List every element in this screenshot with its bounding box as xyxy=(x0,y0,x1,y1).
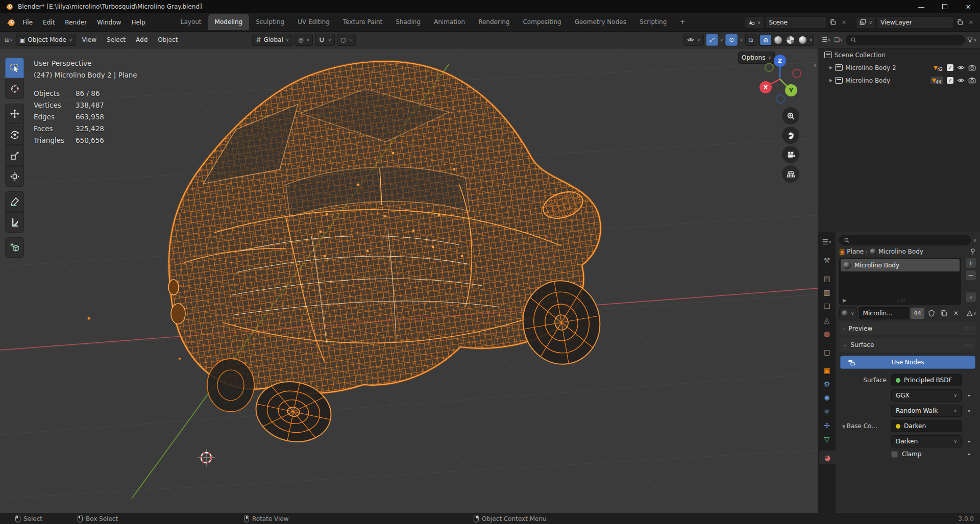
base-color-label[interactable]: ▼ Base Co... xyxy=(839,422,891,430)
viewport-menu-object[interactable]: Object xyxy=(154,34,182,45)
panel-preview[interactable]: › Preview ∷∷ xyxy=(839,322,976,335)
clamp-checkbox[interactable] xyxy=(891,451,898,458)
shading-wireframe-button[interactable]: ⊕ xyxy=(760,35,771,45)
material-slot-item[interactable]: Microlino Body xyxy=(841,259,960,271)
tool-move[interactable] xyxy=(5,104,24,124)
delete-viewlayer-button[interactable]: ✕ xyxy=(966,16,976,29)
tab-material[interactable]: ◕ xyxy=(819,451,836,464)
viewport-menu-add[interactable]: Add xyxy=(132,34,152,45)
show-object-types-dropdown[interactable]: ∨ xyxy=(683,34,704,46)
outliner-editor-type-button[interactable]: ☰ ∨ xyxy=(821,34,831,46)
tab-animation[interactable]: Animation xyxy=(427,14,472,30)
tab-object[interactable]: ▣ xyxy=(819,363,835,377)
gizmo-neg-z-axis[interactable] xyxy=(776,94,785,104)
car-wireframe-object[interactable] xyxy=(168,61,606,448)
maximize-button[interactable] xyxy=(933,0,957,13)
outliner-filter-button[interactable]: ∨ xyxy=(967,34,977,46)
tool-measure[interactable] xyxy=(5,212,24,233)
checkbox-icon[interactable]: ✓ xyxy=(947,64,953,71)
outliner-search-input[interactable] xyxy=(846,35,965,45)
delete-scene-button[interactable]: ✕ xyxy=(839,16,849,29)
breadcrumb-object[interactable]: Plane xyxy=(847,248,864,255)
tab-shading[interactable]: Shading xyxy=(389,14,427,30)
tool-annotate[interactable] xyxy=(5,191,24,212)
panel-surface[interactable]: ⌄ Surface ∷∷ xyxy=(839,338,976,352)
node-tree-button[interactable]: ∨ xyxy=(966,307,976,319)
xray-toggle[interactable]: ⧉ xyxy=(745,34,757,46)
viewport-menu-select[interactable]: Select xyxy=(103,34,130,45)
transform-orientation-selector[interactable]: ⇵ Global ∨ xyxy=(252,34,292,46)
material-name-field[interactable]: Microlin... xyxy=(859,307,909,319)
tab-scene[interactable]: ◬ xyxy=(819,313,835,327)
scene-name-field[interactable]: Scene xyxy=(765,16,826,29)
tab-scripting[interactable]: Scripting xyxy=(633,14,673,30)
base-color-input-button[interactable]: Darken xyxy=(891,420,962,432)
mode-selector[interactable]: ▣ Object Mode ∨ xyxy=(16,34,76,46)
tool-add-cube[interactable] xyxy=(5,237,24,258)
menu-render[interactable]: Render xyxy=(60,16,92,29)
tab-geometry-nodes[interactable]: Geometry Nodes xyxy=(568,14,633,30)
outliner-row-scene-collection[interactable]: Scene Collection xyxy=(818,48,980,61)
subsurface-method-dropdown[interactable]: Random Walk ∨ xyxy=(891,405,962,417)
camera-icon[interactable] xyxy=(968,77,976,84)
tab-uv-editing[interactable]: UV Editing xyxy=(291,14,336,30)
tab-world[interactable]: ◍ xyxy=(819,327,835,340)
keyframe-dot[interactable]: • xyxy=(962,408,976,414)
outliner-row-microlino-body-2[interactable]: ▶ Microlino Body 2 ▼42 ✓ xyxy=(818,61,980,74)
tool-scale[interactable] xyxy=(5,145,24,166)
proportional-edit-toggle[interactable]: ○ ∿ xyxy=(337,34,356,46)
add-workspace-button[interactable]: + xyxy=(673,14,692,30)
3d-viewport[interactable]: ⊞ ∨ ▣ Object Mode ∨ View Select Add Obje… xyxy=(0,32,818,513)
browse-material-button[interactable]: ∨ xyxy=(839,307,857,319)
outliner-row-microlino-body[interactable]: ▶ Microlino Body ▼44 ✓ xyxy=(818,74,980,87)
menu-window[interactable]: Window xyxy=(92,16,126,29)
tab-tool[interactable]: ⚒ xyxy=(819,253,835,267)
properties-editor-type-button[interactable]: ☰∨ xyxy=(819,235,835,248)
checkbox-icon[interactable]: ✓ xyxy=(947,77,953,84)
tool-select-box[interactable] xyxy=(5,58,24,78)
menu-edit[interactable]: Edit xyxy=(38,16,60,29)
outliner-display-mode-button[interactable]: ❏ ∨ xyxy=(834,34,844,46)
show-overlays-toggle[interactable]: ⊙ xyxy=(725,34,738,46)
slot-specials-button[interactable]: ∨ xyxy=(965,292,976,303)
material-slot-list[interactable]: Microlino Body ▶ ∷∷ xyxy=(839,258,961,305)
gizmo-neg-x-axis[interactable] xyxy=(792,69,801,78)
scene-selector[interactable]: ∨ xyxy=(745,16,765,29)
tab-texture-paint[interactable]: Texture Paint xyxy=(336,14,389,30)
distribution-dropdown[interactable]: GGX ∨ xyxy=(891,389,962,402)
perspective-toggle-button[interactable] xyxy=(782,165,799,183)
minimize-button[interactable]: — xyxy=(910,0,933,13)
viewlayer-name-field[interactable]: ViewLayer xyxy=(877,16,953,29)
fake-user-button[interactable] xyxy=(926,307,937,319)
material-users-count[interactable]: 44 xyxy=(911,308,924,319)
tab-sculpting[interactable]: Sculpting xyxy=(249,14,291,30)
camera-icon[interactable] xyxy=(968,64,976,71)
gizmo-z-axis[interactable]: Z xyxy=(774,55,786,67)
pan-button[interactable] xyxy=(782,127,799,144)
tab-output[interactable]: ▥ xyxy=(819,285,835,299)
camera-view-button[interactable] xyxy=(782,146,799,163)
editor-type-button[interactable]: ⊞ ∨ xyxy=(4,34,14,46)
tab-collection[interactable]: ▢ xyxy=(819,345,835,359)
copy-material-button[interactable] xyxy=(939,307,949,319)
viewlayer-selector[interactable]: ∨ xyxy=(856,16,876,29)
grip-handle[interactable]: ∷∷ xyxy=(965,326,972,332)
gizmo-y-axis[interactable]: Y xyxy=(785,84,797,96)
eye-icon[interactable] xyxy=(957,77,965,84)
blender-menu-icon[interactable] xyxy=(6,18,15,27)
blend-mode-dropdown[interactable]: Darken ∨ xyxy=(891,435,962,447)
tab-compositing[interactable]: Compositing xyxy=(516,14,568,30)
zoom-button[interactable] xyxy=(782,107,799,124)
pin-button[interactable] xyxy=(969,248,976,255)
breadcrumb-material[interactable]: Microlino Body xyxy=(878,248,923,255)
sidebar-collapse-arrow[interactable]: ‹ xyxy=(814,61,816,69)
use-nodes-button[interactable]: Use Nodes xyxy=(840,356,975,369)
tab-physics[interactable]: ⚛ xyxy=(819,405,835,418)
remove-slot-button[interactable]: − xyxy=(965,270,976,281)
tool-rotate[interactable] xyxy=(5,124,24,145)
pivot-point-selector[interactable]: ◎ ∨ xyxy=(295,34,313,46)
menu-help[interactable]: Help xyxy=(126,16,150,29)
surface-shader-button[interactable]: Principled BSDF xyxy=(891,374,962,386)
keyframe-dot[interactable]: • xyxy=(962,393,976,398)
snap-toggle[interactable]: ∨ xyxy=(315,34,335,46)
